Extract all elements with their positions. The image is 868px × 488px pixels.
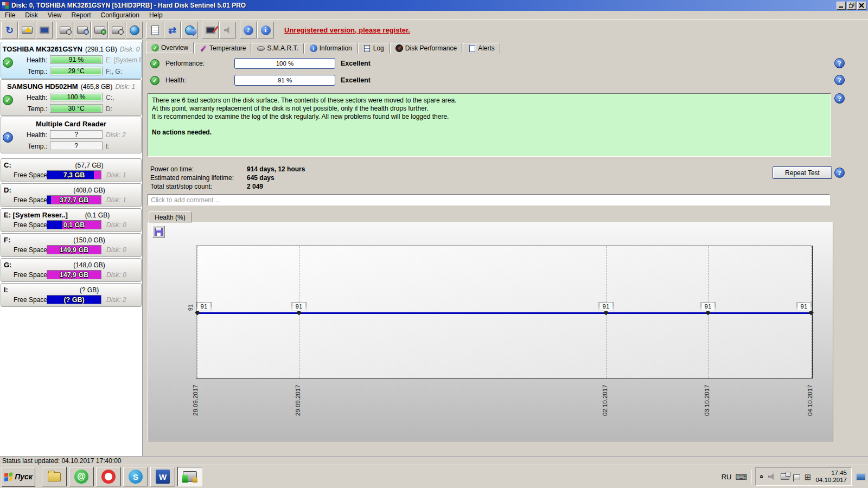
refresh-button[interactable]: ↻ [1, 22, 18, 38]
tab-label: Information [320, 44, 352, 52]
sidebar-partition-f[interactable]: F:(150,0 GB) Free Space 149,9 GB Disk: 0 [1, 233, 142, 257]
health-value: ? [74, 131, 78, 138]
taskbar-skype-button[interactable]: S [123, 467, 148, 486]
report-button[interactable] [146, 22, 163, 38]
sidebar-disk-samsung[interactable]: SAMSUNG HD502HM (465,8 GB) Disk: 1 ✓ Hea… [1, 79, 142, 116]
content-area: ✓Overview Temperature S.M.A.R.T. iInform… [143, 40, 868, 456]
network-icon[interactable] [781, 473, 789, 480]
disk-size: (465,8 GB) [81, 83, 113, 91]
language-indicator[interactable]: RU [722, 473, 732, 481]
tab-overview[interactable]: ✓Overview [146, 42, 194, 54]
globe-shield-icon [185, 25, 195, 35]
chart-tab-health[interactable]: Health (%) [149, 211, 192, 223]
about-button[interactable]: i [257, 22, 274, 38]
taskbar-hard-disk-sentinel-button[interactable] [177, 467, 202, 486]
disk-problems-button[interactable] [18, 22, 35, 38]
x-axis-date: 04.10.2017 [807, 381, 813, 416]
disk-monitor-icon [40, 27, 49, 34]
sync-button[interactable]: ⇄ [164, 22, 181, 38]
repeat-test-help-icon[interactable]: ? [834, 168, 845, 178]
taskbar-file-manager-button[interactable] [42, 467, 67, 486]
health-value: 91 % [235, 75, 335, 85]
free-space-bar: 0,1 GB [47, 220, 101, 229]
sidebar-partition-c[interactable]: C:(57,7 GB) Free Space 7,3 GB Disk: 1 [1, 158, 142, 182]
tab-disk-performance[interactable]: Disk Performance [390, 43, 462, 54]
performance-status: Excellent [341, 60, 371, 67]
disk-history-button[interactable] [56, 22, 73, 38]
sidebar-partition-g[interactable]: G:(148,0 GB) Free Space 147,9 GB Disk: 0 [1, 258, 142, 282]
performance-ok-icon: ✓ [150, 59, 159, 68]
sound-button[interactable] [219, 22, 236, 38]
health-gauge: 91 % [234, 75, 335, 86]
point-value-label: 91 [797, 302, 812, 311]
free-space-value: 0,1 GB [47, 221, 101, 229]
clock[interactable]: 17:45 04.10.2017 [815, 470, 847, 484]
free-space-label: Free Space [14, 171, 47, 179]
info-value: 914 days, 12 hours [247, 165, 305, 173]
register-link[interactable]: Unregistered version, please register. [284, 26, 410, 34]
monitor-pen-icon [206, 27, 215, 34]
performance-help-icon[interactable]: ? [834, 58, 845, 68]
free-space-bar: (? GB) [47, 295, 101, 304]
partition-name: C: [4, 161, 11, 169]
sidebar-partition-d[interactable]: D:(408,0 GB) Free Space 377,7 GB Disk: 1 [1, 183, 142, 207]
health-help-icon[interactable]: ? [834, 75, 845, 85]
volume-muted-icon[interactable]: ✕ [768, 473, 776, 480]
sidebar-partition-e[interactable]: E: [System Reser..](0,1 GB) Free Space 0… [1, 208, 142, 232]
keyboard-icon[interactable]: ⌨ [736, 473, 748, 481]
menu-report[interactable]: Report [66, 11, 95, 20]
menu-file[interactable]: File [0, 11, 20, 20]
info-label: Power on time: [150, 165, 247, 173]
y-axis-label: 91 [187, 304, 194, 311]
sidebar-disk-toshiba[interactable]: TOSHIBA MK3261GSYN (298,1 GB) Disk: 0 ✓ … [1, 42, 142, 79]
menu-view[interactable]: View [43, 11, 67, 20]
show-desktop-icon[interactable] [856, 473, 866, 481]
partition-size: (0,1 GB) [72, 211, 123, 219]
point-value-label: 91 [701, 302, 716, 311]
health-value: 91 % [69, 56, 84, 63]
tab-label: Disk Performance [405, 44, 457, 52]
save-chart-button[interactable] [152, 226, 165, 238]
help-button[interactable]: ? [240, 22, 257, 38]
tab-alerts[interactable]: Alerts [463, 43, 500, 54]
sidebar-partition-i[interactable]: I:(? GB) Free Space (? GB) Disk: 2 [1, 283, 142, 307]
minimize-button[interactable] [837, 2, 846, 10]
disk-online-button[interactable] [126, 22, 143, 38]
message-help-icon[interactable]: ? [834, 93, 845, 104]
message-line: At this point, warranty replacement of t… [152, 105, 827, 113]
disk-monitor-button[interactable] [36, 22, 53, 38]
hard-disk-sentinel-icon [183, 471, 197, 482]
flag-icon[interactable] [794, 474, 800, 479]
expand-tray-icon[interactable]: « [758, 475, 766, 479]
point-value-label: 91 [197, 302, 212, 311]
disk-test-button[interactable]: ✓ [91, 22, 108, 38]
restore-button[interactable] [847, 2, 856, 10]
tab-smart[interactable]: S.M.A.R.T. [252, 43, 303, 54]
sidebar-card-reader[interactable]: Multiple Card Reader ? Health: ? Disk: 2… [1, 117, 142, 153]
disk-surface-button[interactable]: ⌕ [108, 22, 125, 38]
tab-information[interactable]: iInformation [304, 43, 358, 54]
taskbar-opera-button[interactable] [96, 467, 121, 486]
network-button[interactable] [181, 22, 198, 38]
temp-value: 30 °C [68, 105, 84, 112]
tab-log[interactable]: Log [358, 43, 390, 54]
disk-schedule-button[interactable] [74, 22, 91, 38]
tray-icons-box: « ✕ ⊞ 17:45 04.10.2017 [755, 467, 852, 486]
repeat-test-button[interactable]: Repeat Test [773, 166, 832, 179]
taskbar-word-button[interactable]: W [150, 467, 175, 486]
windows-tray-icon[interactable]: ⊞ [805, 473, 812, 481]
application-window: Disk: 0, TOSHIBA MK3261GSYN [51HID3PRB] … [0, 0, 868, 488]
taskbar-mail-button[interactable]: @ [69, 467, 94, 486]
tab-temperature[interactable]: Temperature [194, 43, 251, 54]
windows-logo-icon [4, 472, 12, 481]
menu-configuration[interactable]: Configuration [96, 11, 144, 20]
message-action: No actions needed. [152, 129, 827, 137]
disk-partitions-text2: F:, G: [106, 68, 142, 75]
close-button[interactable] [857, 2, 866, 10]
menu-help[interactable]: Help [144, 11, 168, 20]
comment-input[interactable] [148, 194, 830, 206]
start-button[interactable]: Пуск [2, 467, 35, 487]
remote-monitor-button[interactable] [202, 22, 219, 38]
menu-disk[interactable]: Disk [20, 11, 42, 20]
partition-size: (150,0 GB) [63, 236, 115, 244]
